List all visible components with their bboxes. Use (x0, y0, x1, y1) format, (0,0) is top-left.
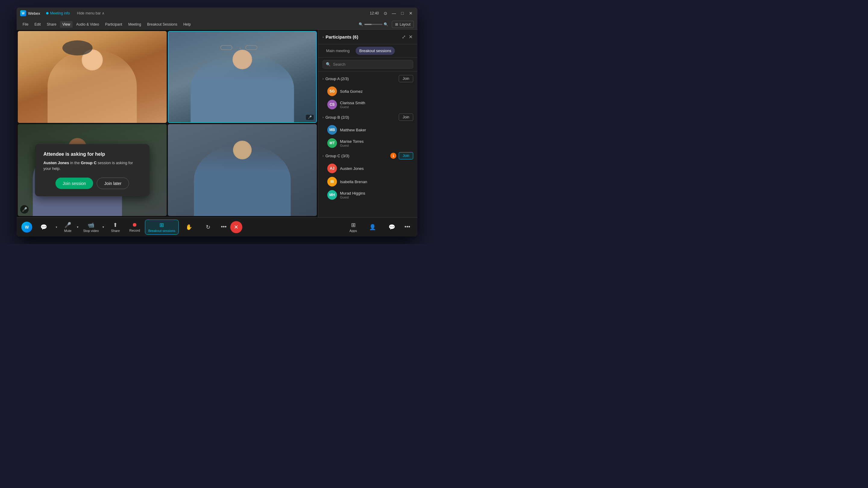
avatar: CS (327, 100, 337, 109)
share-button[interactable]: ⬆ Share (106, 220, 124, 234)
mute-label: Mute (64, 229, 71, 233)
group-a-chevron: › (322, 77, 324, 80)
close-button[interactable]: ✕ (408, 10, 414, 16)
menu-audio-video[interactable]: Audio & Video (74, 21, 101, 28)
zoom-slider[interactable] (364, 24, 382, 25)
messages-icon: 💬 (389, 224, 395, 230)
layout-label: Layout (400, 22, 410, 27)
zoom-in-icon[interactable]: 🔍 (384, 22, 388, 27)
mute-group: 🎤 Mute ▾ (60, 220, 80, 234)
group-c-join-button[interactable]: Join (399, 152, 413, 159)
mute-button[interactable]: 🎤 Mute (60, 220, 76, 234)
group-b-join-button[interactable]: Join (399, 113, 413, 121)
panel-close-button[interactable]: ✕ (408, 33, 413, 40)
participant-name: Sofia Gomez (340, 89, 413, 94)
participant-info: Clarissa Smith Guest (340, 101, 413, 109)
avatar: IB (327, 177, 337, 187)
list-item: MB Matthew Baker (318, 123, 417, 136)
profile-button[interactable]: ⊙ (382, 10, 389, 16)
meeting-info-button[interactable]: Meeting info (44, 10, 72, 16)
tab-main-meeting[interactable]: Main meeting (322, 47, 353, 55)
avatar: AJ (327, 164, 337, 173)
participant-info: Austen Jones (340, 166, 413, 171)
breakout-icon: ⊞ (159, 222, 164, 228)
video-group: 📹 Stop video ▾ (81, 220, 105, 234)
notification-person: Austen Jones (43, 160, 69, 165)
participant-info: Murad Higgins Guest (340, 191, 413, 199)
panel-popout-button[interactable]: ⤢ (401, 33, 406, 40)
messages-button[interactable]: 💬 (383, 222, 401, 232)
search-icon: 🔍 (326, 62, 331, 67)
end-call-button[interactable]: ✕ (230, 221, 242, 233)
stop-video-label: Stop video (83, 229, 99, 233)
avatar: MB (327, 125, 337, 135)
group-b-header[interactable]: › Group B (2/3) Join (318, 111, 417, 123)
zoom-out-icon[interactable]: 🔍 (359, 22, 363, 27)
menu-share[interactable]: Share (44, 21, 59, 28)
join-later-button[interactable]: Join later (97, 177, 129, 189)
join-session-button[interactable]: Join session (56, 177, 93, 189)
notification-title: Attendee is asking for help (43, 151, 141, 157)
refresh-button[interactable]: ↻ (199, 222, 217, 232)
record-label: Record (129, 229, 140, 232)
list-item: IB Isabella Brenan (318, 175, 417, 188)
group-a-name: Group A (2/3) (326, 76, 399, 81)
menu-help[interactable]: Help (181, 21, 193, 28)
menu-file[interactable]: File (20, 21, 31, 28)
participant-info: Matthew Baker (340, 128, 413, 132)
avatar: MT (327, 138, 337, 148)
apps-label: Apps (350, 229, 357, 233)
menu-view[interactable]: View (60, 21, 73, 28)
chevron-down-icon: ▾ (56, 226, 57, 229)
avatar: MH (327, 190, 337, 200)
stop-video-button[interactable]: 📹 Stop video (81, 220, 101, 234)
panel-collapse-icon[interactable]: › (322, 35, 324, 39)
participants-button[interactable]: 👤 (364, 222, 381, 232)
participant-name: Austen Jones (340, 166, 413, 171)
search-input[interactable] (333, 62, 410, 67)
participant-name: Matthew Baker (340, 128, 413, 132)
panel-actions: ⤢ ✕ (401, 33, 413, 40)
apps-button[interactable]: ⊞ Apps (344, 220, 362, 234)
search-bar: 🔍 (318, 58, 417, 71)
chat-button[interactable]: 💬 (35, 222, 53, 232)
more-button[interactable]: ••• (218, 222, 229, 232)
participants-icon: 👤 (369, 224, 376, 230)
zoom-control: 🔍 🔍 (359, 22, 388, 27)
participant-info: Sofia Gomez (340, 89, 413, 94)
record-button[interactable]: ⏺ Record (126, 220, 144, 234)
participant-info: Isabella Brenan (340, 180, 413, 184)
participant-name: Isabella Brenan (340, 180, 413, 184)
reactions-button[interactable]: ✋ (180, 222, 198, 232)
breakout-sessions-button[interactable]: ⊞ Breakout sessions (145, 220, 179, 235)
more-right-button[interactable]: ••• (402, 222, 412, 232)
minimize-button[interactable]: — (391, 10, 397, 16)
mic-icon: 🎤 (64, 222, 71, 228)
mute-indicator-3: 🎤 (20, 205, 29, 214)
layout-button[interactable]: ⊞ Layout (392, 21, 414, 28)
app-title: Webex (28, 11, 40, 16)
chat-chevron[interactable]: ▾ (54, 224, 59, 230)
menu-breakout-sessions[interactable]: Breakout Sessions (145, 21, 180, 28)
maximize-button[interactable]: □ (399, 10, 405, 16)
tile-3-wrapper: 🎤 Attendee is asking for help Austen Jon… (18, 124, 167, 216)
video-chevron[interactable]: ▾ (101, 224, 105, 230)
group-a-header[interactable]: › Group A (2/3) Join (318, 73, 417, 85)
mute-chevron[interactable]: ▾ (76, 224, 80, 230)
menu-participant[interactable]: Participant (103, 21, 125, 28)
group-c-header[interactable]: › Group C (3/3) 1 Join (318, 150, 417, 162)
notification-actions: Join session Join later (43, 177, 141, 189)
reactions-icon: ✋ (186, 224, 192, 230)
group-a-join-button[interactable]: Join (399, 75, 413, 82)
bottom-toolbar: W 💬 ▾ 🎤 Mute ▾ 📹 Stop video ▾ ⬆ (17, 217, 417, 236)
participant-name: Murad Higgins (340, 191, 413, 195)
hide-menu-button[interactable]: Hide menu bar ∧ (77, 11, 104, 15)
list-item: MH Murad Higgins Guest (318, 188, 417, 201)
record-icon: ⏺ (132, 222, 137, 228)
menu-edit[interactable]: Edit (32, 21, 43, 28)
tab-breakout-sessions[interactable]: Breakout sessions (355, 47, 395, 55)
video-tile-1 (18, 31, 167, 123)
layout-icon: ⊞ (395, 22, 398, 27)
menu-meeting[interactable]: Meeting (126, 21, 144, 28)
menu-bar: File Edit Share View Audio & Video Parti… (17, 19, 417, 30)
